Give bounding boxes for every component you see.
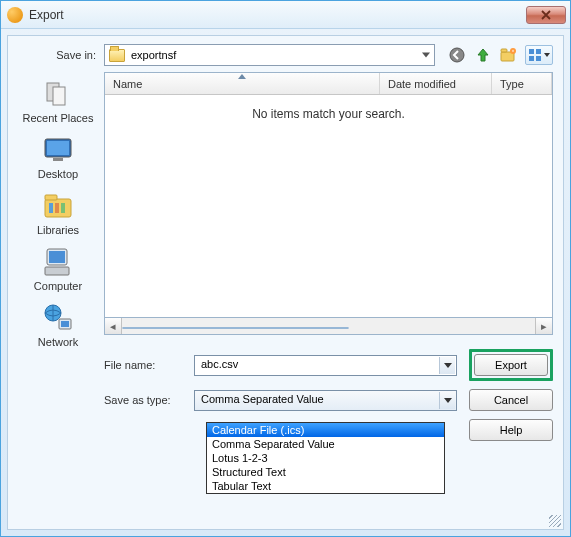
back-button[interactable] bbox=[447, 45, 467, 65]
toolbar-icons bbox=[447, 45, 553, 65]
type-option[interactable]: Tabular Text bbox=[207, 479, 444, 493]
close-button[interactable] bbox=[526, 6, 566, 24]
place-network[interactable]: Network bbox=[18, 302, 98, 348]
svg-rect-12 bbox=[53, 158, 63, 161]
svg-rect-2 bbox=[501, 49, 507, 52]
desktop-icon bbox=[41, 135, 75, 165]
cancel-button[interactable]: Cancel bbox=[469, 389, 553, 411]
window-title: Export bbox=[29, 8, 526, 22]
up-icon bbox=[475, 47, 491, 63]
new-folder-button[interactable] bbox=[499, 45, 519, 65]
export-highlight: Export bbox=[469, 349, 553, 381]
column-name[interactable]: Name bbox=[105, 73, 380, 94]
place-label: Desktop bbox=[38, 168, 78, 180]
svg-rect-17 bbox=[61, 203, 65, 213]
chevron-down-icon[interactable] bbox=[439, 392, 455, 409]
place-label: Recent Places bbox=[23, 112, 94, 124]
save-in-combo[interactable]: exportnsf bbox=[104, 44, 435, 66]
up-button[interactable] bbox=[473, 45, 493, 65]
resize-grip[interactable] bbox=[549, 515, 561, 527]
svg-rect-14 bbox=[45, 195, 57, 200]
scroll-right-icon[interactable]: ▸ bbox=[535, 318, 552, 334]
file-name-row: File name: abc.csv Export bbox=[104, 349, 553, 381]
place-label: Computer bbox=[34, 280, 82, 292]
file-name-input[interactable]: abc.csv bbox=[194, 355, 457, 376]
places-bar: Recent Places Desktop Libraries Computer… bbox=[18, 72, 98, 519]
app-icon bbox=[7, 7, 23, 23]
view-menu-button[interactable] bbox=[525, 45, 553, 65]
save-as-type-label: Save as type: bbox=[104, 394, 194, 406]
place-desktop[interactable]: Desktop bbox=[18, 134, 98, 180]
svg-rect-9 bbox=[53, 87, 65, 105]
svg-rect-20 bbox=[45, 267, 69, 275]
type-option[interactable]: Calendar File (.ics) bbox=[207, 423, 444, 437]
column-headers: Name Date modified Type bbox=[105, 73, 552, 95]
close-icon bbox=[541, 10, 551, 20]
type-option[interactable]: Structured Text bbox=[207, 465, 444, 479]
computer-icon bbox=[41, 247, 75, 277]
horizontal-scrollbar[interactable]: ◂ ▸ bbox=[104, 318, 553, 335]
help-button[interactable]: Help bbox=[469, 419, 553, 441]
svg-rect-11 bbox=[47, 141, 69, 155]
svg-rect-4 bbox=[529, 49, 534, 54]
type-option[interactable]: Comma Separated Value bbox=[207, 437, 444, 451]
network-icon bbox=[41, 303, 75, 333]
new-folder-icon bbox=[500, 47, 518, 63]
file-name-label: File name: bbox=[104, 359, 194, 371]
chevron-down-icon[interactable] bbox=[439, 357, 455, 374]
save-in-value: exportnsf bbox=[131, 49, 176, 61]
save-as-type-dropdown[interactable]: Calendar File (.ics) Comma Separated Val… bbox=[206, 422, 445, 494]
export-dialog: Export Save in: exportnsf bbox=[0, 0, 571, 537]
save-as-type-combo[interactable]: Comma Separated Value bbox=[194, 390, 457, 411]
type-option[interactable]: Lotus 1-2-3 bbox=[207, 451, 444, 465]
svg-rect-5 bbox=[536, 49, 541, 54]
save-as-type-row: Save as type: Comma Separated Value Canc… bbox=[104, 389, 553, 411]
chevron-down-icon bbox=[422, 53, 430, 58]
empty-message: No items match your search. bbox=[105, 95, 552, 317]
svg-rect-15 bbox=[49, 203, 53, 213]
svg-rect-7 bbox=[536, 56, 541, 61]
svg-rect-16 bbox=[55, 203, 59, 213]
column-type[interactable]: Type bbox=[492, 73, 552, 94]
place-recent[interactable]: Recent Places bbox=[18, 78, 98, 124]
sort-ascending-icon bbox=[238, 74, 246, 79]
column-date[interactable]: Date modified bbox=[380, 73, 492, 94]
place-computer[interactable]: Computer bbox=[18, 246, 98, 292]
view-icon bbox=[528, 48, 542, 62]
svg-point-0 bbox=[450, 48, 464, 62]
export-button[interactable]: Export bbox=[474, 354, 548, 376]
chevron-down-icon bbox=[544, 53, 550, 57]
save-in-label: Save in: bbox=[18, 49, 104, 61]
libraries-icon bbox=[41, 191, 75, 221]
place-label: Libraries bbox=[37, 224, 79, 236]
file-list[interactable]: Name Date modified Type No items match y… bbox=[104, 72, 553, 318]
save-in-row: Save in: exportnsf bbox=[18, 44, 553, 66]
place-label: Network bbox=[38, 336, 78, 348]
place-libraries[interactable]: Libraries bbox=[18, 190, 98, 236]
back-icon bbox=[449, 47, 465, 63]
svg-rect-23 bbox=[61, 321, 69, 327]
svg-rect-19 bbox=[49, 251, 65, 263]
folder-icon bbox=[109, 49, 125, 62]
dialog-body: Save in: exportnsf bbox=[7, 35, 564, 530]
recent-places-icon bbox=[41, 79, 75, 109]
scroll-thumb[interactable] bbox=[122, 327, 349, 329]
scroll-left-icon[interactable]: ◂ bbox=[105, 318, 122, 334]
svg-rect-6 bbox=[529, 56, 534, 61]
titlebar: Export bbox=[1, 1, 570, 29]
